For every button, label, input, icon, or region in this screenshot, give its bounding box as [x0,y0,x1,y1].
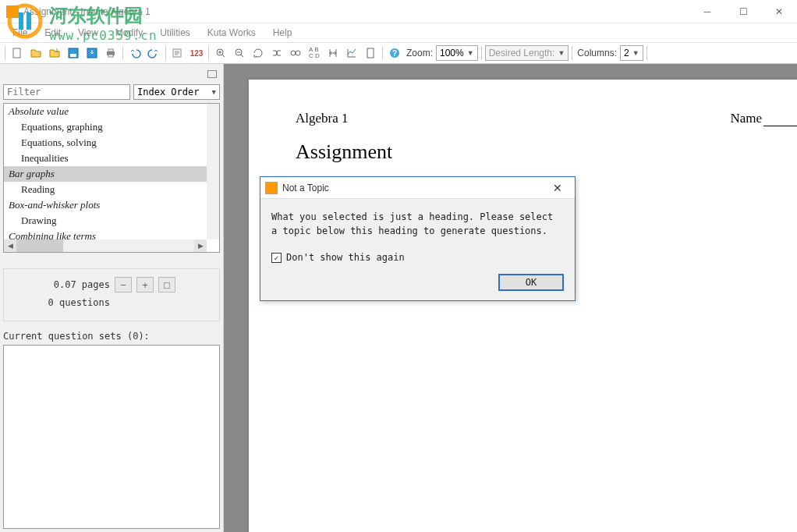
plus-button[interactable]: + [136,277,154,293]
order-select[interactable]: Index Order▼ [133,84,220,100]
scrollbar-horizontal[interactable]: ◀▶ [4,239,207,252]
svg-rect-12 [367,48,374,58]
topic-item[interactable]: Reading [4,182,219,197]
window-title: Assignment - Infinite Algebra 1 [23,6,689,17]
topic-heading-selected[interactable]: Bar graphs [4,166,219,182]
menu-help[interactable]: Help [265,25,300,41]
new-icon[interactable] [9,44,26,62]
save-icon[interactable] [65,44,82,62]
scrollbar-vertical[interactable] [207,104,219,239]
dialog-title: Not a Topic [282,183,545,193]
filter-input[interactable] [3,84,130,100]
menu-edit[interactable]: Edit [37,25,69,41]
maximize-button[interactable]: ☐ [725,0,761,23]
worksheet-title: Assignment [296,140,392,164]
scramble-icon[interactable] [268,44,285,62]
app-icon [6,5,19,18]
print-icon[interactable] [102,44,119,62]
svg-rect-6 [108,55,113,57]
choices-icon[interactable]: A BC D [306,44,323,62]
toolbar: 123 A BC D ? Zoom: 100%▼ Desired Length:… [0,42,797,64]
number-icon[interactable]: 123 [188,44,205,62]
window-titlebar: Assignment - Infinite Algebra 1 ─ ☐ ✕ [0,0,797,23]
svg-point-11 [296,51,300,55]
stop-button[interactable]: □ [158,277,175,293]
question-sets-list[interactable] [3,345,220,529]
svg-rect-0 [13,48,20,58]
length-select[interactable]: Desired Length:▼ [485,45,569,61]
dont-show-checkbox[interactable]: ✓ [271,253,282,263]
menubar: File Edit View Modify Utilities Kuta Wor… [0,23,797,42]
topic-heading[interactable]: Absolute value [4,104,219,119]
menu-modify[interactable]: Modify [108,25,151,41]
topic-item[interactable]: Equations, solving [4,135,219,151]
columns-label: Columns: [577,48,617,59]
menu-file[interactable]: File [5,25,35,41]
open-icon[interactable] [27,44,44,62]
name-label: Name [730,111,762,126]
panel-toggle-icon[interactable] [207,70,217,78]
not-a-topic-dialog: Not a Topic ✕ What you selected is just … [260,176,576,301]
columns-select[interactable]: 2▼ [620,45,643,61]
svg-rect-5 [108,49,113,51]
paper-icon[interactable] [362,44,379,62]
pages-count: 0.07 pages [10,279,110,290]
minus-button[interactable]: − [115,277,132,293]
menu-utilities[interactable]: Utilities [152,25,198,41]
link-icon[interactable] [287,44,304,62]
directions-icon[interactable] [169,44,186,62]
menu-kuta-works[interactable]: Kuta Works [200,25,264,41]
zoomout-icon[interactable] [231,44,248,62]
zoom-label: Zoom: [406,48,433,59]
topic-heading[interactable]: Box-and-whisker plots [4,197,219,213]
close-button[interactable]: ✕ [761,0,797,23]
svg-text:?: ? [392,49,397,58]
regen-icon[interactable] [250,44,267,62]
stats-panel: 0.07 pages − + □ 0 questions [3,268,220,321]
topic-item[interactable]: Equations, graphing [4,119,219,135]
course-name: Algebra 1 [296,111,349,126]
zoomin-icon[interactable] [212,44,229,62]
menu-view[interactable]: View [70,25,106,41]
topic-list[interactable]: Absolute value Equations, graphing Equat… [3,103,220,253]
topic-item[interactable]: Inequalities [4,151,219,166]
zoom-select[interactable]: 100%▼ [436,45,478,61]
export-icon[interactable] [83,44,101,62]
worksheet-page: Algebra 1 Name Assignment Date P [249,80,797,532]
questions-count: 0 questions [10,297,110,308]
question-sets-label: Current question sets (0): [3,331,220,342]
dont-show-label: Don't show this again [286,252,405,263]
graph-icon[interactable] [343,44,360,62]
merge-icon[interactable] [46,44,63,62]
undo-icon[interactable] [126,44,143,62]
topic-item[interactable]: Drawing [4,213,219,229]
spacing-icon[interactable] [324,44,342,62]
dialog-message: What you selected is just a heading. Ple… [271,210,564,238]
svg-point-10 [291,51,296,55]
help-icon[interactable]: ? [386,44,403,62]
redo-icon[interactable] [145,44,162,62]
minimize-button[interactable]: ─ [689,0,725,23]
dialog-close-button[interactable]: ✕ [545,179,570,197]
sidebar: Index Order▼ Absolute value Equations, g… [0,64,224,532]
svg-rect-2 [70,54,76,57]
ok-button[interactable]: OK [498,274,564,291]
dialog-icon [265,182,278,194]
